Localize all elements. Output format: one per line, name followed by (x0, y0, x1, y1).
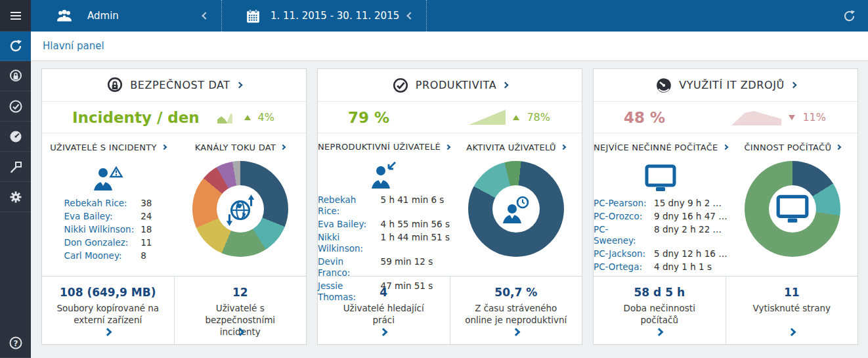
list-item-name: PC-Ortega: (594, 261, 647, 273)
donut-center (492, 185, 540, 233)
user-incident-list: Rebekah Rice:38Eva Bailey:24Nikki Wilkin… (64, 198, 152, 261)
kpi-trend: 78% (469, 110, 550, 125)
trend-value: 4% (258, 111, 274, 123)
stat-value: 108 (649,9 MB) (56, 286, 160, 299)
sidebar-item-productivity[interactable] (0, 91, 31, 122)
column-header[interactable]: AKTIVITA UŽIVATELŮ (466, 142, 565, 152)
people-icon (56, 8, 73, 24)
area-chart-icon (217, 111, 237, 123)
monitor-icon (643, 161, 678, 192)
list-item-value: 18 (141, 224, 152, 235)
column-header[interactable]: KANÁLY TOKU DAT (195, 142, 286, 152)
panel-header-it-utilization[interactable]: VYUŽITÍ IT ZDROJŮ (594, 69, 857, 102)
list-item-name: PC-Orozco: (594, 211, 647, 222)
donut-chart-data-channels[interactable] (192, 161, 288, 257)
menu-button[interactable] (0, 0, 31, 32)
list-item-name: Rebekah Rice: (64, 198, 135, 209)
stat-label: Uživatelé hledající práci (332, 302, 435, 326)
chevron-right-icon (162, 145, 167, 150)
list-item-name: Nikki Wilkinson: (64, 224, 135, 235)
stat-label: Soubory kopírované na externí zařízení (56, 302, 160, 326)
sidebar-item-data-security[interactable] (0, 61, 31, 91)
list-item-name: Nikki Wilkinson: (318, 232, 374, 254)
panel-header-productivity[interactable]: PRODUKTIVITA (318, 69, 582, 102)
stat-files-copied[interactable]: 108 (649,9 MB) Soubory kopírované na ext… (42, 277, 174, 344)
sidebar: ? (0, 0, 31, 358)
list-item-name: Carl Mooney: (64, 250, 135, 261)
chevron-left-icon[interactable] (202, 12, 209, 19)
stat-computer-idle-time[interactable]: 58 d 5 h Doba nečinnosti počítačů (594, 277, 726, 344)
dashboard: BEZPEČNOST DAT Incidenty / den 4% UŽIVAT… (31, 61, 868, 358)
trend-value: 11% (802, 111, 826, 123)
monitor-icon (775, 193, 810, 225)
check-circle-icon (392, 77, 409, 94)
trend-up-icon (513, 115, 519, 120)
chevron-right-icon (787, 328, 796, 336)
refresh-button[interactable] (842, 0, 856, 32)
user-menu[interactable]: Admin (31, 0, 221, 32)
date-range-picker[interactable]: 1. 11. 2015 - 30. 11. 2015 (222, 0, 426, 32)
chevron-right-icon (236, 82, 242, 89)
chevron-right-icon (511, 328, 520, 336)
list-item-value: 8 (141, 250, 152, 261)
list-item-name: PC-Pearson: (594, 198, 647, 209)
list-item-value: 5 h 41 min 6 s (381, 194, 450, 217)
column-header[interactable]: UŽIVATELÉ S INCIDENTY (50, 142, 166, 152)
chevron-right-icon (790, 82, 796, 89)
list-item-value: 9 dny 16 h 47 … (654, 211, 727, 222)
user-clock-icon (498, 190, 534, 227)
stat-job-seeking-users[interactable]: 4 Uživatelé hledající práci (318, 277, 450, 344)
breadcrumb[interactable]: Hlavní panel (43, 40, 104, 52)
kpi-value: Incidenty / den (72, 109, 200, 126)
list-item-value: 4 dny 1 h 1 s (654, 261, 727, 273)
donut-chart-computer-activity[interactable] (745, 161, 840, 257)
sidebar-item-settings[interactable] (0, 182, 31, 212)
list-item-name: PC-Sweeney: (594, 224, 647, 246)
topbar: Admin 1. 11. 2015 - 30. 11. 2015 (31, 0, 868, 32)
stat-value: 12 (189, 286, 292, 299)
stat-printed-pages[interactable]: 11 Vytisknuté strany (726, 277, 858, 344)
kpi-row: 48 % 11% (594, 102, 857, 133)
column-title: NEJVÍCE NEČINNÉ POČÍTAČE (594, 143, 718, 152)
chevron-left-icon[interactable] (406, 12, 414, 19)
column-header[interactable]: ČINNOST POČÍTAČŮ (744, 142, 840, 152)
kpi-value: 79 % (348, 109, 389, 126)
donut-chart-user-activity[interactable] (468, 161, 564, 257)
kpi-row: Incidenty / den 4% (42, 102, 306, 133)
stat-label: Z času stráveného online je neproduktivn… (465, 302, 568, 326)
stat-label: Vytisknuté strany (741, 302, 844, 314)
panel-data-security: BEZPEČNOST DAT Incidenty / den 4% UŽIVAT… (41, 68, 307, 345)
list-item-name: Eva Bailey: (64, 211, 135, 222)
sidebar-item-dashboard[interactable] (0, 32, 31, 61)
list-item-name: Eva Bailey: (318, 219, 374, 230)
sidebar-item-device-control[interactable] (0, 152, 31, 182)
sidebar-item-help[interactable]: ? (0, 328, 31, 358)
list-item-value: 59 min 12 s (381, 256, 450, 279)
panel-title: BEZPEČNOST DAT (130, 79, 230, 91)
column-header[interactable]: NEJVÍCE NEČINNÉ POČÍTAČE (594, 142, 727, 152)
kpi-value: 48 % (624, 109, 665, 126)
panel-it-utilization: VYUŽITÍ IT ZDROJŮ 48 % 11% NEJVÍCE NEČIN… (593, 68, 858, 345)
column-header[interactable]: NEPRODUKTIVNÍ UŽIVATELÉ (318, 142, 450, 152)
donut-center (769, 185, 816, 233)
gauge-circle-icon (9, 129, 23, 144)
stat-value: 4 (332, 286, 435, 299)
stat-users-with-incidents[interactable]: 12 Uživatelé s bezpečnostními incidenty (174, 277, 307, 344)
list-item-value: 11 (141, 237, 152, 248)
sidebar-item-it-utilization[interactable] (0, 122, 31, 152)
column-title: KANÁLY TOKU DAT (195, 143, 276, 152)
panel-header-data-security[interactable]: BEZPEČNOST DAT (42, 69, 306, 102)
user-warning-icon (92, 161, 125, 192)
column-most-idle-computers: NEJVÍCE NEČINNÉ POČÍTAČE PC-Pearson:15 d… (594, 133, 727, 276)
column-title: ČINNOST POČÍTAČŮ (744, 143, 831, 152)
kpi-row: 79 % 78% (318, 102, 582, 133)
breadcrumb-bar: Hlavní panel (31, 32, 868, 61)
stat-unproductive-online-time[interactable]: 50,7 % Z času stráveného online je nepro… (450, 277, 582, 344)
list-item-value: 8 dny 2 h 22 … (654, 224, 727, 246)
list-item-value: 4 h 55 min 56 s (381, 219, 450, 230)
sidebar-spacer (0, 212, 31, 328)
column-users-with-incidents: UŽIVATELÉ S INCIDENTY Rebekah Rice:38Eva… (42, 133, 174, 276)
column-title: UŽIVATELÉ S INCIDENTY (50, 143, 157, 152)
hamburger-icon (11, 12, 21, 20)
trend-up-icon (244, 115, 251, 120)
